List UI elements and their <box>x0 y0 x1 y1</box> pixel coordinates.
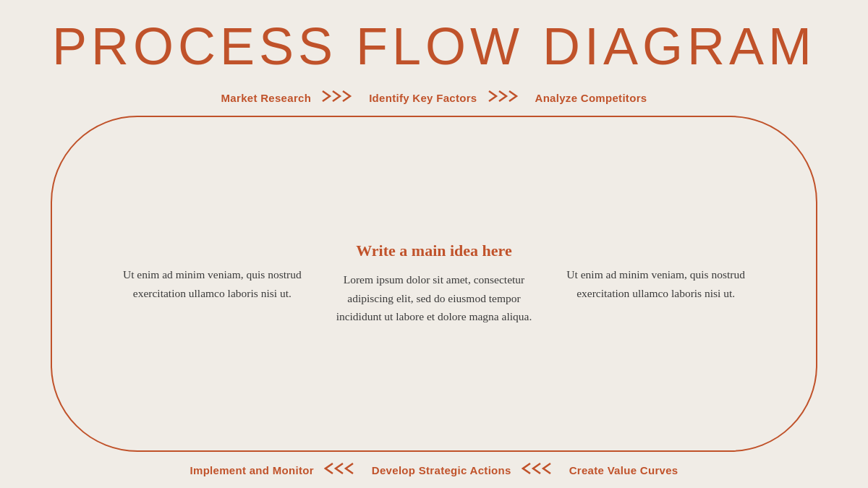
right-col-text: Ut enim ad minim veniam, quis nostrud ex… <box>552 265 760 302</box>
inner-content: Ut enim ad minim veniam, quis nostrud ex… <box>51 116 817 452</box>
left-column: Ut enim ad minim veniam, quis nostrud ex… <box>109 265 316 302</box>
page-title: PROCESS FLOW DIAGRAM <box>52 20 816 72</box>
left-col-text: Ut enim ad minim veniam, quis nostrud ex… <box>109 265 316 302</box>
top-step-2: Identify Key Factors <box>369 92 477 104</box>
center-body: Lorem ipsum dolor sit amet, consectetur … <box>331 270 538 326</box>
top-steps-row: Market Research Identify Key Factors Ana… <box>36 88 832 107</box>
top-step-1: Market Research <box>221 92 312 104</box>
right-column: Ut enim ad minim veniam, quis nostrud ex… <box>552 265 760 302</box>
center-title: Write a main idea here <box>331 241 538 260</box>
bottom-step-1: Implement and Monitor <box>190 464 314 476</box>
slide: PROCESS FLOW DIAGRAM Market Research Ide… <box>0 0 868 488</box>
three-columns: Ut enim ad minim veniam, quis nostrud ex… <box>51 241 817 326</box>
bottom-step-2: Develop Strategic Actions <box>372 464 511 476</box>
center-column: Write a main idea here Lorem ipsum dolor… <box>331 241 538 326</box>
bottom-steps-row: Implement and Monitor Develop Strategic … <box>36 461 832 479</box>
main-content: Market Research Identify Key Factors Ana… <box>36 80 832 488</box>
top-step-3: Analyze Competitors <box>535 92 647 104</box>
arrow-right-1 <box>321 88 359 107</box>
arrow-left-2 <box>522 461 559 479</box>
arrow-right-2 <box>488 88 525 107</box>
bottom-step-3: Create Value Curves <box>569 464 678 476</box>
arrow-left-1 <box>324 461 362 479</box>
